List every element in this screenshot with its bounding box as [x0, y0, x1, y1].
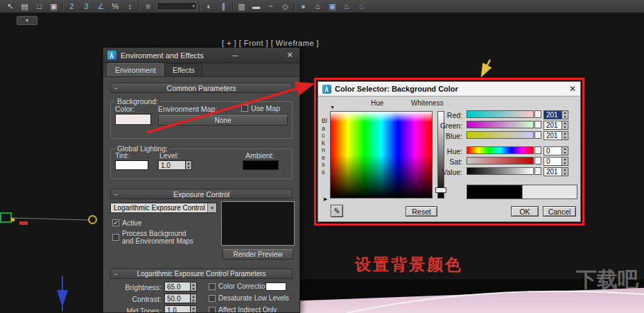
mid-tones-value[interactable]: 1.0 [164, 305, 191, 313]
sat-slider[interactable] [467, 157, 534, 164]
render-preview-button[interactable]: Render Preview [223, 249, 293, 260]
green-slider[interactable] [467, 121, 534, 128]
rollout-exposure-control[interactable]: - Exposure Control [110, 189, 293, 199]
percent-snap-icon[interactable]: % [110, 1, 121, 12]
tint-color-swatch[interactable] [115, 160, 148, 170]
contrast-value[interactable]: 50.0 [164, 294, 191, 303]
background-color-swatch[interactable] [115, 114, 151, 125]
whiteness-slider-handle[interactable] [435, 187, 446, 193]
eyedropper-icon[interactable]: ✎ [331, 205, 343, 217]
snap-toggle-2d-icon[interactable]: 2 [66, 1, 78, 12]
color-correction-checkbox[interactable]: Color Correction: [209, 282, 271, 290]
viewport-object-yellow-circle[interactable] [88, 215, 97, 224]
close-button[interactable]: ✕ [283, 48, 297, 62]
rollout-log-exposure-parameters[interactable]: - Logarithmic Exposure Control Parameter… [110, 269, 293, 279]
exposure-control-dropdown[interactable]: Logarithmic Exposure Control ▾ [110, 203, 217, 213]
blue-spinner-arrows-icon[interactable] [562, 131, 568, 140]
minimize-button[interactable]: ─ [228, 48, 242, 62]
brightness-spinner[interactable]: 65.0 [164, 282, 197, 291]
value-value-field[interactable]: 201 [543, 167, 562, 176]
viewport-label[interactable]: [ + ] [ Front ] [ Wireframe ] [222, 39, 319, 47]
desaturate-low-levels-checkbox[interactable]: Desaturate Low Levels [209, 294, 289, 302]
schematic-view-icon[interactable]: ◇ [279, 1, 291, 12]
color-correction-swatch[interactable] [266, 282, 286, 291]
blue-slider[interactable] [467, 131, 534, 139]
viewport-layout-tab-button[interactable]: ▾ [17, 16, 37, 25]
viewport-object-red-segment[interactable] [19, 221, 28, 225]
ambient-color-swatch[interactable] [243, 160, 279, 170]
process-background-checkbox[interactable]: Process Background and Environment Maps [112, 230, 193, 245]
red-slider-handle[interactable] [534, 110, 541, 118]
color-selector-title: Color Selector: Background Color [335, 85, 458, 93]
use-map-checkbox[interactable]: Use Map [241, 104, 280, 112]
material-editor-icon[interactable]: ● [297, 1, 309, 12]
render-production-icon[interactable]: ♨ [341, 1, 353, 12]
mid-tones-spinner[interactable]: 1.0 [164, 305, 197, 313]
green-value-field[interactable]: 201 [543, 121, 562, 130]
window-crossing-icon[interactable]: ▣ [48, 1, 60, 12]
level-value[interactable]: 1.0 [158, 160, 186, 170]
angle-snap-icon[interactable]: ∠ [95, 1, 107, 12]
green-slider-handle[interactable] [534, 121, 541, 128]
active-checkbox[interactable]: ✓ Active [112, 219, 142, 227]
red-value-field[interactable]: 201 [543, 110, 562, 119]
brightness-value[interactable]: 65.0 [164, 282, 191, 291]
selection-region-icon[interactable]: □ [33, 1, 45, 12]
named-selection-sets-field[interactable]: ▾ [157, 2, 197, 10]
render-setup-icon[interactable]: ♨ [312, 1, 324, 12]
tab-environment[interactable]: Environment [107, 63, 164, 76]
curve-editor-icon[interactable]: ~ [265, 1, 277, 12]
spinner-arrows-icon[interactable] [186, 160, 192, 170]
sat-slider-handle[interactable] [534, 157, 541, 164]
value-slider[interactable] [467, 167, 534, 175]
green-spinner-arrows-icon[interactable] [562, 121, 568, 130]
spinner-snap-icon[interactable]: ↕ [124, 1, 136, 12]
viewport-object-yellow-node[interactable] [11, 218, 15, 221]
sat-spinner-arrows-icon[interactable] [562, 157, 568, 166]
hue-slider[interactable] [467, 146, 534, 154]
affect-indirect-label: Affect Indirect Only [218, 306, 277, 313]
value-spinner-arrows-icon[interactable] [562, 167, 568, 176]
ok-button[interactable]: OK [511, 206, 539, 217]
layer-explorer-icon[interactable]: ▥ [236, 1, 247, 12]
viewport-object-green-rect[interactable] [0, 212, 12, 223]
mirror-icon[interactable]: ◐ [203, 1, 215, 12]
color-selector-title-bar[interactable]: Color Selector: Background Color ✕ [318, 82, 580, 96]
hue-marker-icon[interactable]: ▼ [330, 105, 335, 110]
edit-named-selection-sets-icon[interactable]: ≡ [142, 1, 154, 12]
snap-toggle-3d-icon[interactable]: 3 [80, 1, 92, 12]
hue-value-field[interactable]: 0 [543, 146, 562, 155]
environment-map-none-button[interactable]: None [158, 115, 288, 126]
blackness-marker-icon[interactable]: ▶ [324, 196, 327, 202]
spinner-arrows-icon[interactable] [191, 282, 197, 291]
window-title-bar[interactable]: Environment and Effects ─ ✕ [103, 48, 299, 63]
select-object-icon[interactable]: ↖ [4, 1, 16, 12]
cancel-button[interactable]: Cancel [543, 206, 576, 217]
sat-value-field[interactable]: 0 [543, 157, 562, 166]
level-spinner[interactable]: 1.0 [158, 160, 192, 170]
reset-button[interactable]: Reset [406, 206, 437, 217]
environment-map-label: Environment Map: [158, 105, 217, 113]
value-slider-handle[interactable] [534, 167, 541, 175]
rollout-common-parameters[interactable]: - Common Parameters [110, 83, 293, 93]
red-slider[interactable] [467, 110, 534, 118]
hue-slider-handle[interactable] [534, 146, 541, 154]
ribbon-toggle-icon[interactable]: ▬ [250, 1, 262, 12]
affect-indirect-only-checkbox[interactable]: Affect Indirect Only [209, 306, 277, 313]
rendered-frame-window-icon[interactable]: ▣ [327, 1, 338, 12]
spinner-arrows-icon[interactable] [191, 294, 197, 303]
tab-effects[interactable]: Effects [165, 63, 202, 76]
align-icon[interactable]: ∥ [218, 1, 229, 12]
brightness-label: Brightness: [110, 283, 162, 291]
log-exposure-body: Brightness: 65.0 Color Correction: Contr… [110, 279, 293, 313]
red-spinner-arrows-icon[interactable] [562, 110, 568, 119]
contrast-spinner[interactable]: 50.0 [164, 294, 197, 303]
hue-blackness-picker[interactable] [330, 111, 433, 198]
select-by-name-icon[interactable]: ▤ [19, 1, 31, 12]
blue-value-field[interactable]: 201 [543, 131, 562, 140]
blue-slider-handle[interactable] [534, 131, 541, 139]
hue-spinner-arrows-icon[interactable] [562, 146, 568, 155]
render-iterative-icon[interactable]: ♨ [356, 1, 367, 12]
close-icon[interactable]: ✕ [569, 84, 576, 94]
spinner-arrows-icon[interactable] [191, 305, 197, 313]
